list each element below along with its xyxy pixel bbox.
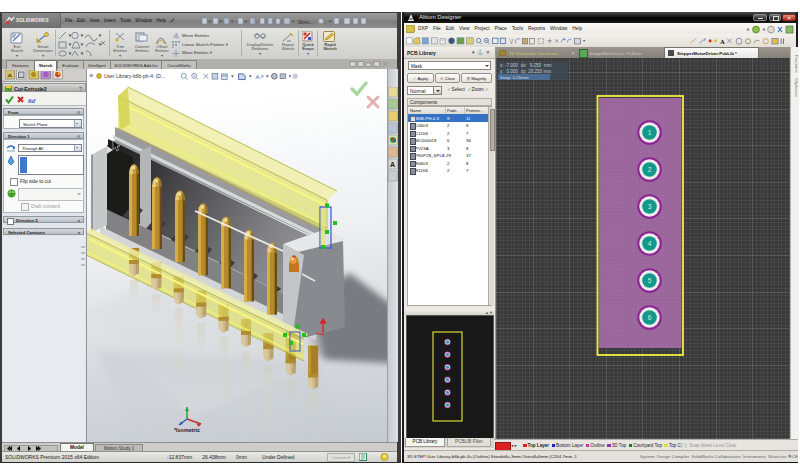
svg-text:5: 5	[648, 277, 652, 284]
svg-text:A: A	[720, 37, 725, 44]
svg-text:4: 4	[648, 240, 652, 247]
svg-text:1: 1	[648, 129, 652, 136]
svg-text:A↗: A↗	[256, 74, 265, 80]
svg-text:A: A	[390, 161, 395, 168]
svg-text:3: 3	[648, 203, 652, 210]
svg-text:6: 6	[648, 314, 652, 321]
svg-text:Sketc...: Sketc...	[298, 20, 313, 25]
svg-text:6ɗ: 6ɗ	[28, 97, 37, 105]
svg-text:2: 2	[648, 166, 652, 173]
